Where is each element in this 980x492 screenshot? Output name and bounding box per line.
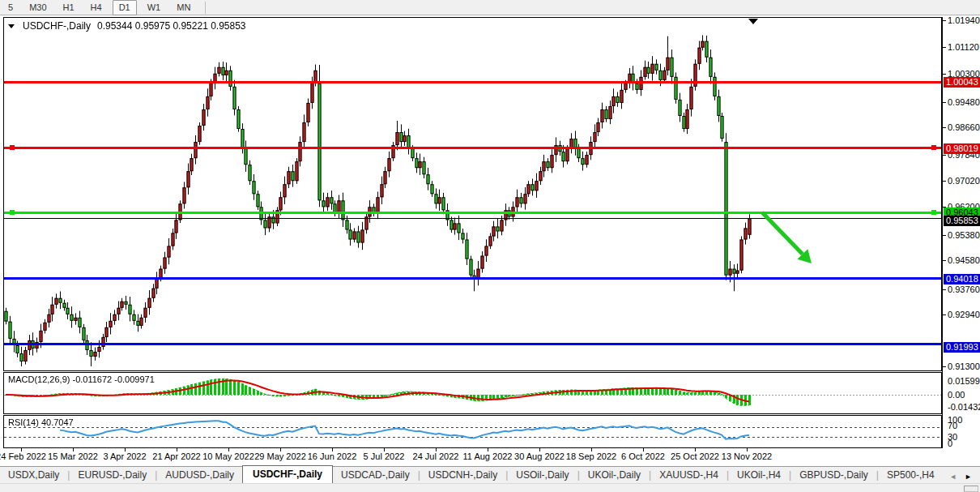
indicator-axis-label: -0.014321 xyxy=(948,402,980,412)
price-axis-label: 0.91300 xyxy=(948,362,980,371)
date-axis-label: 21 Apr 2022 xyxy=(152,451,200,461)
timeframe-button-h1[interactable]: H1 xyxy=(58,1,80,15)
price-axis[interactable]: 1.019401.011201.003000.994800.986600.978… xyxy=(942,17,980,448)
price-axis-tick xyxy=(943,127,946,128)
indicator-axis-label: 0 xyxy=(948,439,952,448)
price-axis-tick xyxy=(943,314,946,315)
trading-terminal-window: 5M30H1H4D1W1MN USDCHF-,Daily 0.95344 0.9… xyxy=(0,0,980,492)
status-bar xyxy=(0,483,980,492)
chart-tab-ukoil-daily[interactable]: UKOil-,Daily xyxy=(580,468,649,483)
chart-shift-marker-icon[interactable] xyxy=(748,19,758,24)
price-level-badge: 1.00043 xyxy=(944,77,980,88)
chart-title: USDCHF-,Daily 0.95344 0.95975 0.95221 0.… xyxy=(8,20,246,32)
resize-grip[interactable] xyxy=(964,486,978,492)
timeframe-button-5[interactable]: 5 xyxy=(2,1,19,15)
price-axis-tick xyxy=(943,289,946,290)
date-axis-label: 13 Nov 2022 xyxy=(722,451,772,461)
chart-ohlc-values: 0.95344 0.95975 0.95221 0.95853 xyxy=(97,20,246,32)
timeframe-button-h4[interactable]: H4 xyxy=(85,1,108,15)
price-level-badge: 0.91993 xyxy=(944,342,980,353)
candlestick-chart-canvas[interactable] xyxy=(3,17,942,371)
price-axis-tick xyxy=(943,260,946,261)
price-axis-tick xyxy=(943,20,946,21)
timeframe-button-w1[interactable]: W1 xyxy=(142,1,167,15)
chart-tab-sp500-h4[interactable]: SP500-,H4 xyxy=(879,468,943,483)
chart-tab-usdchf-daily[interactable]: USDCHF-,Daily xyxy=(242,465,333,483)
rsi-indicator-label: RSI(14) 40.7047 xyxy=(8,417,74,427)
date-axis-label: 16 Jun 2022 xyxy=(308,451,357,461)
chart-tab-usoil-daily[interactable]: USOil-,Daily xyxy=(508,468,577,483)
price-axis-tick xyxy=(943,74,946,75)
date-axis-label: 6 Oct 2022 xyxy=(621,451,665,461)
price-axis-tick xyxy=(943,102,946,103)
chart-tab-xauusd-h4[interactable]: XAUUSD-,H4 xyxy=(651,468,726,483)
price-axis-label: 0.99480 xyxy=(948,97,980,107)
date-axis-label: 10 May 2022 xyxy=(202,451,254,461)
price-axis-label: 0.92940 xyxy=(948,310,980,319)
toolbar-separator xyxy=(205,2,206,14)
chart-tab-gbpusd-daily[interactable]: GBPUSD-,Daily xyxy=(791,468,876,483)
price-level-badge: 0.94018 xyxy=(944,274,980,285)
date-axis-label: 24 Feb 2022 xyxy=(0,451,46,461)
chart-tab-usdx-daily[interactable]: USDX,Daily xyxy=(0,468,67,483)
tab-scroll-left-icon[interactable]: ◄ xyxy=(949,473,957,481)
chart-window: USDCHF-,Daily 0.95344 0.95975 0.95221 0.… xyxy=(0,15,980,466)
date-axis-label: 11 Aug 2022 xyxy=(463,451,513,461)
indicator-axis-label: 70 xyxy=(948,421,957,430)
price-axis-tick xyxy=(943,47,946,48)
chart-tab-audusd-daily[interactable]: AUDUSD-,Daily xyxy=(157,468,242,483)
tab-scroll-arrows: ◄► xyxy=(946,473,980,483)
chart-tab-usdcad-daily[interactable]: USDCAD-,Daily xyxy=(333,468,418,483)
price-axis-label: 1.01120 xyxy=(948,42,979,52)
price-axis-tick xyxy=(943,181,946,182)
timeframe-toolbar: 5M30H1H4D1W1MN xyxy=(0,0,980,15)
price-axis-label: 0.97020 xyxy=(948,176,980,186)
price-axis-label: 0.93760 xyxy=(948,285,980,294)
chart-tab-bar: USDX,Daily|EURUSD-,Daily|AUDUSD-,DailyUS… xyxy=(0,466,980,483)
indicator-axis-label: 0.00 xyxy=(948,390,965,400)
time-axis[interactable]: 24 Feb 202215 Mar 20223 Apr 202221 Apr 2… xyxy=(3,448,942,464)
price-axis-tick xyxy=(943,155,946,156)
price-level-badge: 0.98019 xyxy=(944,143,980,154)
timeframe-button-m30[interactable]: M30 xyxy=(23,1,52,15)
tab-scroll-right-icon[interactable]: ► xyxy=(965,473,972,481)
price-axis-tick xyxy=(943,235,946,236)
price-level-badge: 0.95853 xyxy=(944,216,980,226)
chart-symbol-period: USDCHF-,Daily xyxy=(23,20,91,32)
indicator-axis-label: 0.01599 xyxy=(948,376,980,386)
rsi-panel-canvas[interactable] xyxy=(3,415,942,448)
price-axis-label: 0.98660 xyxy=(948,122,980,132)
date-axis-label: 25 Oct 2022 xyxy=(671,451,719,461)
date-axis-label: 24 Jul 2022 xyxy=(413,451,459,461)
price-axis-label: 0.95380 xyxy=(948,230,980,240)
date-axis-label: 30 Aug 2022 xyxy=(514,451,565,461)
chart-tab-usdcnh-daily[interactable]: USDCNH-,Daily xyxy=(420,468,505,483)
price-axis-label: 1.01940 xyxy=(948,15,980,25)
price-axis-label: 0.94580 xyxy=(948,255,980,265)
symbol-dropdown-icon[interactable] xyxy=(8,24,15,28)
date-axis-label: 5 Jul 2022 xyxy=(364,451,405,461)
chart-tab-eurusd-daily[interactable]: EURUSD-,Daily xyxy=(70,468,155,483)
macd-indicator-label: MACD(12,26,9) -0.011672 -0.009971 xyxy=(8,374,155,384)
chart-tab-ukoil-h4[interactable]: UKOil-,H4 xyxy=(729,468,789,483)
date-axis-label: 29 May 2022 xyxy=(254,451,306,461)
price-axis-tick xyxy=(943,366,946,367)
date-axis-label: 3 Apr 2022 xyxy=(103,451,146,461)
timeframe-button-mn[interactable]: MN xyxy=(171,1,196,15)
date-axis-label: 18 Sep 2022 xyxy=(566,451,616,461)
timeframe-button-d1[interactable]: D1 xyxy=(113,0,137,15)
date-axis-label: 15 Mar 2022 xyxy=(48,451,98,461)
